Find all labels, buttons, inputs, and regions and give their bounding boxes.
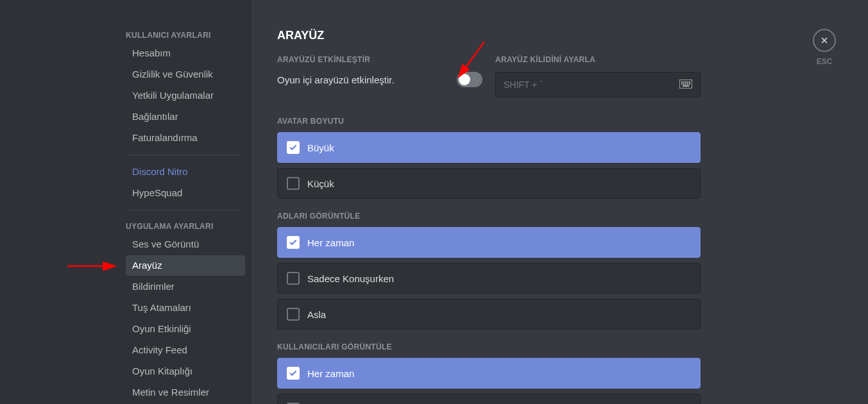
page-title: ARAYÜZ	[277, 29, 701, 42]
checkbox	[287, 236, 300, 249]
sidebar-item-hypesquad[interactable]: HypeSquad	[126, 183, 245, 203]
sidebar-item-authorized-apps[interactable]: Yetkili Uygulamalar	[126, 85, 245, 106]
svg-rect-7	[683, 83, 685, 85]
option-label: Asla	[307, 309, 326, 320]
sidebar-item-privacy[interactable]: Gizlilik ve Güvenlik	[126, 64, 245, 85]
close-label: ESC	[817, 57, 833, 66]
enable-overlay-label: ARAYÜZÜ ETKİNLEŞTİR	[277, 55, 482, 64]
sidebar-item-voice-video[interactable]: Ses ve Görüntü	[126, 234, 245, 255]
sidebar-item-notifications[interactable]: Bildirimler	[126, 276, 245, 297]
sidebar-item-activity-feed[interactable]: Activity Feed	[126, 340, 245, 360]
names-option-speaking[interactable]: Sadece Konuşurken	[277, 263, 701, 294]
sidebar-item-game-activity[interactable]: Oyun Etkinliği	[126, 319, 245, 339]
sidebar-item-billing[interactable]: Faturalandırma	[126, 128, 245, 148]
checkbox	[287, 272, 300, 285]
display-users-label: KULLANICILARI GÖRÜNTÜLE	[277, 342, 701, 351]
users-option-speaking[interactable]: Sadece Konuşurken	[277, 394, 701, 404]
option-label: Büyük	[307, 142, 334, 153]
svg-rect-10	[689, 83, 690, 85]
section-header-user: KULLANICI AYARLARI	[126, 26, 245, 42]
divider	[126, 210, 242, 210]
checkbox	[287, 177, 300, 190]
avatar-option-large[interactable]: Büyük	[277, 132, 701, 163]
option-label: Sadece Konuşurken	[307, 273, 394, 284]
sidebar-item-overlay[interactable]: Arayüz	[126, 255, 245, 276]
check-icon	[289, 143, 298, 152]
svg-rect-1	[681, 81, 683, 83]
sidebar-item-account[interactable]: Hesabım	[126, 43, 245, 63]
avatar-option-small[interactable]: Küçük	[277, 168, 701, 199]
names-option-always[interactable]: Her zaman	[277, 227, 701, 258]
close-icon	[819, 35, 830, 46]
users-option-always[interactable]: Her zaman	[277, 358, 701, 389]
names-option-never[interactable]: Asla	[277, 299, 701, 330]
avatar-size-label: AVATAR BOYUTU	[277, 117, 701, 126]
checkbox	[287, 141, 300, 154]
sidebar-item-game-library[interactable]: Oyun Kitaplığı	[126, 361, 245, 382]
close-button[interactable]	[813, 29, 836, 52]
svg-rect-3	[685, 81, 686, 83]
checkbox	[287, 367, 300, 380]
svg-rect-8	[685, 83, 686, 85]
lock-keybind-input[interactable]: SHIFT + `	[495, 72, 701, 97]
svg-rect-2	[683, 81, 685, 83]
settings-sidebar: KULLANICI AYARLARI Hesabım Gizlilik ve G…	[0, 0, 251, 404]
sidebar-item-nitro[interactable]: Discord Nitro	[126, 162, 245, 182]
close-button-container: ESC	[813, 29, 836, 66]
svg-rect-4	[687, 81, 688, 83]
display-names-label: ADLARI GÖRÜNTÜLE	[277, 212, 701, 221]
svg-rect-9	[687, 83, 688, 85]
svg-rect-11	[683, 85, 689, 87]
option-label: Küçük	[307, 178, 334, 189]
keybind-value: SHIFT + `	[504, 80, 543, 90]
keyboard-icon	[679, 80, 692, 90]
option-label: Her zaman	[307, 368, 354, 379]
check-icon	[289, 238, 298, 247]
sidebar-item-text-images[interactable]: Metin ve Resimler	[126, 382, 245, 403]
section-header-app: UYGULAMA AYARLARI	[126, 217, 245, 233]
toggle-knob	[459, 74, 470, 85]
option-label: Her zaman	[307, 237, 354, 248]
enable-overlay-toggle[interactable]	[457, 72, 482, 87]
svg-rect-5	[689, 81, 690, 83]
divider	[126, 155, 242, 155]
checkbox	[287, 308, 300, 321]
lock-overlay-label: ARAYÜZ KİLİDİNİ AYARLA	[495, 55, 701, 64]
sidebar-item-keybinds[interactable]: Tuş Atamaları	[126, 298, 245, 318]
main-content: ARAYÜZ ARAYÜZÜ ETKİNLEŞTİR Oyun içi aray…	[251, 0, 868, 404]
svg-rect-6	[681, 83, 683, 85]
check-icon	[289, 369, 298, 378]
enable-overlay-text: Oyun içi arayüzü etkinleştir.	[277, 74, 395, 85]
sidebar-item-connections[interactable]: Bağlantılar	[126, 106, 245, 127]
